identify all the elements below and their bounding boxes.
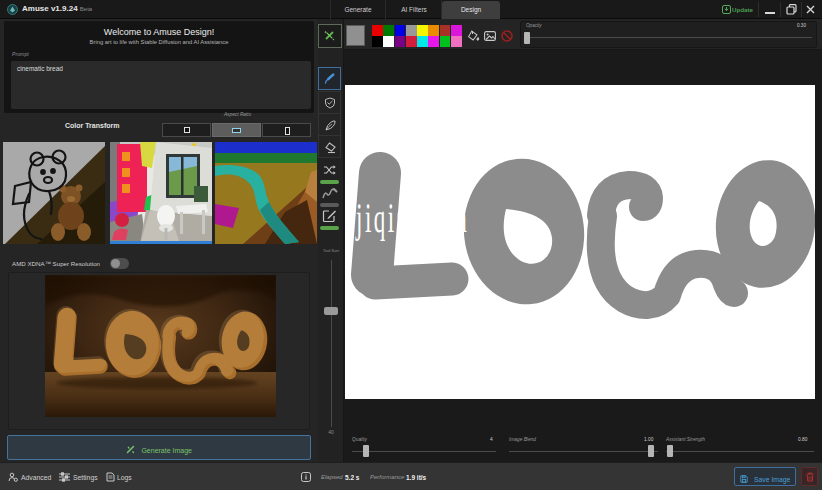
svg-text:jiqizhixin: jiqizhixin [355,196,469,242]
